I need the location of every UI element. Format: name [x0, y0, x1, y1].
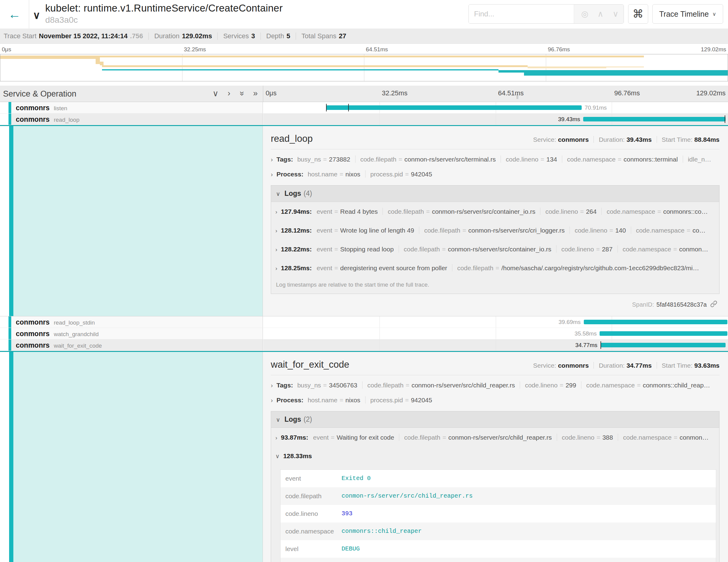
expander-right-icon[interactable]: › [271, 397, 273, 404]
trace-view-label: Trace Timeline [659, 10, 709, 19]
log-timestamp: 128.33ms [283, 452, 312, 459]
keyboard-shortcuts-button[interactable]: ⌘ [628, 4, 648, 24]
tag-key: code.namespace [567, 156, 616, 163]
tag-value: Read 4 bytes [340, 208, 378, 215]
log-entry[interactable]: ›127.94ms:event=Read 4 bytescode.filepat… [271, 202, 719, 221]
meta-item: Start Time:93.63ms [652, 362, 719, 369]
equals-sign: = [332, 246, 340, 253]
span-name-cell[interactable]: conmonrsread_loop_stdin [0, 316, 263, 328]
find-input[interactable] [469, 5, 574, 23]
trace-view-selector[interactable]: Trace Timeline ∨ [652, 4, 723, 24]
minimap-canvas[interactable] [0, 54, 728, 81]
tag-value: conmon-rs/server/src/child_reaper.rs [411, 382, 515, 389]
top-bar: ← ∨ kubelet: runtime.v1.RuntimeService/C… [0, 0, 728, 29]
minimap-span-bar [96, 57, 100, 64]
equals-sign: = [329, 434, 337, 441]
operation-name: read_loop_stdin [54, 319, 95, 326]
meta-value: 34.77ms [627, 362, 652, 369]
expander-right-icon[interactable]: › [271, 156, 273, 163]
tags-row: ›Tags:busy_ns=34506763code.filepath=conm… [271, 381, 719, 389]
field-separator [617, 245, 618, 253]
log-entry[interactable]: ›128.22ms:event=Stopping read loopcode.f… [271, 240, 719, 258]
tag-item: process.pid=942045 [370, 171, 432, 178]
span-detail-panel: read_loopService:conmonrsDuration:39.43m… [0, 125, 728, 316]
meta-value: 88.84ms [694, 136, 719, 143]
tag-item: host.name=nixos [308, 171, 360, 178]
locate-icon[interactable]: ◎ [581, 9, 589, 19]
prev-match-icon[interactable]: ∧ [597, 9, 604, 19]
equals-sign: = [332, 227, 340, 234]
log-entry-expanded[interactable]: ∨128.33ms [271, 447, 719, 465]
tag-item: event=Stopping read loop [317, 246, 394, 253]
span-row-read_loop: conmonrsread_loop39.43ms [0, 114, 728, 125]
field-key: code.filepath [285, 492, 342, 500]
tag-value: conmon-rs/server/src/container_io.rs [432, 208, 536, 215]
expand-all-icon[interactable]: » [253, 89, 258, 98]
timeline-gridline [612, 102, 612, 113]
tag-item: code.namespace=conmon… [623, 246, 708, 253]
tag-item: code.filepath=conmon-rs/server/src/cri_l… [424, 227, 565, 234]
tag-item: event=Waiting for exit code [313, 434, 394, 441]
field-value: conmon-rs/server/src/child_reaper.rs [342, 492, 473, 500]
collapse-title-icon[interactable]: ∨ [33, 9, 40, 29]
log-entry[interactable]: ›128.12ms:event=Wrote log line of length… [271, 221, 719, 240]
log-entry[interactable]: ›93.87ms:event=Waiting for exit codecode… [271, 428, 719, 447]
collapse-one-icon[interactable]: ∨ [213, 89, 219, 98]
expander-right-icon: › [275, 209, 277, 215]
timeline-tick-label: 129.02ms [701, 46, 726, 53]
log-timestamp: 128.12ms: [281, 227, 312, 234]
equals-sign: = [396, 156, 404, 163]
span-duration-bar[interactable] [600, 343, 726, 347]
field-separator [452, 264, 452, 271]
tag-key: code.lineno [575, 227, 607, 234]
tag-item: code.filepath=conmon-rs/server/src/conta… [388, 208, 535, 215]
span-detail-meta: Service:conmonrsDuration:39.43msStart Ti… [533, 136, 719, 143]
expander-right-icon[interactable]: › [271, 171, 273, 178]
span-name-cell[interactable]: conmonrsread_loop [0, 114, 263, 125]
span-duration-bar[interactable] [583, 117, 725, 121]
span-duration-bar[interactable] [326, 105, 582, 110]
equals-sign: = [578, 208, 586, 215]
link-icon[interactable] [710, 300, 718, 309]
expander-right-icon: › [275, 265, 277, 271]
span-name-cell[interactable]: conmonrswait_for_exit_code [0, 339, 263, 351]
collapse-all-icon[interactable]: » [237, 91, 247, 96]
stat-value: 3 [251, 32, 255, 40]
field-separator [365, 170, 366, 178]
trace-stat-depth: Depth5 [255, 32, 290, 40]
column-divider [263, 86, 263, 102]
tag-item: event=Read 4 bytes [317, 208, 378, 215]
span-duration-bar[interactable] [600, 331, 727, 336]
meta-label: Start Time: [662, 136, 693, 143]
expand-one-icon[interactable]: › [228, 89, 230, 98]
span-event-tick [725, 115, 725, 123]
equals-sign: = [616, 156, 624, 163]
tag-item: code.lineno=299 [525, 382, 576, 389]
tag-item: busy_ns=273882 [297, 156, 350, 163]
tag-item: code.lineno=134 [506, 156, 557, 163]
logs-header[interactable]: ∨Logs(4) [271, 186, 719, 202]
trace-stats-bar: Trace StartNovember 15 2022, 11:24:14.75… [0, 29, 728, 44]
tag-key: code.filepath [404, 434, 440, 441]
chevron-down-icon: ∨ [276, 191, 280, 197]
back-button[interactable]: ← [0, 0, 29, 29]
logs-count: (2) [304, 415, 312, 423]
span-name-cell[interactable]: conmonrslisten [0, 102, 263, 114]
logs-count: (4) [304, 189, 312, 197]
tag-value: conmonrs::co… [663, 208, 708, 215]
page-title: kubelet: runtime.v1.RuntimeService/Creat… [45, 2, 283, 14]
equals-sign: = [539, 156, 546, 163]
expander-right-icon[interactable]: › [271, 382, 273, 389]
log-entry[interactable]: ›128.25ms:event=deregistering event sour… [271, 258, 719, 277]
span-name-cell[interactable]: conmonrswatch_grandchild [0, 328, 263, 339]
span-duration-bar[interactable] [584, 320, 727, 324]
logs-header[interactable]: ∨Logs(2) [271, 411, 719, 428]
tag-value: Waiting for exit code [337, 434, 394, 441]
tag-key: code.filepath [457, 264, 493, 271]
field-separator [399, 245, 399, 253]
timeline-gridline [379, 114, 380, 125]
tag-key: code.lineno [545, 208, 578, 215]
next-match-icon[interactable]: ∨ [613, 9, 619, 19]
tag-value: nixos [345, 397, 360, 404]
log-timestamp: 93.87ms: [281, 434, 308, 441]
